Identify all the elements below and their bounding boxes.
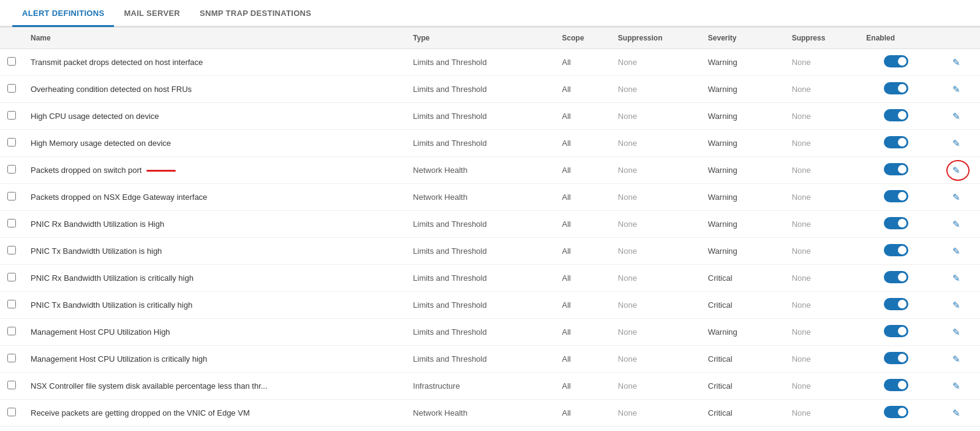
row-toggle[interactable] <box>884 298 908 310</box>
row-checkbox[interactable] <box>7 192 16 200</box>
row-checkbox[interactable] <box>7 381 16 389</box>
row-toggle[interactable] <box>884 136 908 148</box>
row-checkbox[interactable] <box>7 273 16 281</box>
edit-icon[interactable]: ✎ <box>952 246 960 257</box>
row-scope: All <box>555 319 611 346</box>
row-severity: Critical <box>701 265 785 292</box>
edit-icon[interactable]: ✎ <box>952 300 960 311</box>
row-toggle[interactable] <box>884 217 908 229</box>
row-name: PNIC Rx Bandwidth Utilization is critica… <box>23 265 405 292</box>
row-toggle-cell <box>859 265 933 292</box>
row-toggle[interactable] <box>884 271 908 283</box>
row-type: Limits and Threshold <box>405 265 554 292</box>
table-row: NSX Controller file system disk availabl… <box>0 373 980 400</box>
row-toggle[interactable] <box>884 109 908 121</box>
row-type: Limits and Threshold <box>405 103 554 130</box>
edit-icon[interactable]: ✎ <box>952 84 960 95</box>
row-suppression: None <box>611 265 701 292</box>
alert-name-text: Receive packets are getting dropped on t… <box>31 408 250 418</box>
row-suppress: None <box>785 211 859 238</box>
edit-icon[interactable]: ✎ <box>952 165 960 176</box>
row-severity: Warning <box>701 130 785 157</box>
alert-name-text: PNIC Tx Bandwidth Utilization is critica… <box>31 300 192 310</box>
row-name: NSX Controller file system disk availabl… <box>23 373 405 400</box>
row-checkbox[interactable] <box>7 138 16 147</box>
row-toggle[interactable] <box>884 325 908 337</box>
row-checkbox[interactable] <box>7 300 16 308</box>
alert-name-text: High Memory usage detected on device <box>31 139 171 148</box>
row-name: PNIC Tx Bandwidth Utilization is critica… <box>23 292 405 319</box>
row-checkbox[interactable] <box>7 111 16 120</box>
row-suppress: None <box>785 319 859 346</box>
edit-icon[interactable]: ✎ <box>952 381 960 392</box>
row-name: Management Host CPU Utilization is criti… <box>23 346 405 373</box>
table-row: Management Host CPU Utilization is criti… <box>0 346 980 373</box>
row-toggle[interactable] <box>884 163 908 175</box>
row-checkbox-cell <box>0 103 23 130</box>
row-checkbox-cell <box>0 238 23 265</box>
row-type: Network Health <box>405 400 554 427</box>
row-severity: Warning <box>701 103 785 130</box>
row-checkbox[interactable] <box>7 165 16 174</box>
alert-name-text: Transmit packet drops detected on host i… <box>31 58 203 67</box>
tab-alert-definitions[interactable]: ALERT DEFINITIONS <box>12 0 114 27</box>
row-toggle[interactable] <box>884 55 908 67</box>
row-toggle-cell <box>859 346 933 373</box>
row-checkbox[interactable] <box>7 219 16 227</box>
row-checkbox[interactable] <box>7 246 16 254</box>
table-row: Management Host CPU Utilization HighLimi… <box>0 319 980 346</box>
row-toggle[interactable] <box>884 379 908 391</box>
row-action-cell: ✎ <box>933 211 980 238</box>
tab-mail-server[interactable]: MAIL SERVER <box>114 0 190 27</box>
row-toggle[interactable] <box>884 352 908 364</box>
table-header-row: Name Type Scope Suppression Severity Sup… <box>0 28 980 49</box>
row-suppress: None <box>785 184 859 211</box>
row-action-cell: ✎ <box>933 49 980 76</box>
col-severity: Severity <box>701 28 785 49</box>
row-toggle[interactable] <box>884 82 908 94</box>
edit-icon[interactable]: ✎ <box>952 138 960 149</box>
edit-icon[interactable]: ✎ <box>952 111 960 122</box>
edit-icon[interactable]: ✎ <box>952 408 960 419</box>
col-suppress: Suppress <box>785 28 859 49</box>
row-checkbox[interactable] <box>7 408 16 416</box>
row-toggle-cell <box>859 130 933 157</box>
edit-icon[interactable]: ✎ <box>952 273 960 284</box>
edit-icon[interactable]: ✎ <box>952 57 960 68</box>
edit-icon[interactable]: ✎ <box>952 219 960 230</box>
col-type: Type <box>405 28 554 49</box>
row-toggle[interactable] <box>884 244 908 256</box>
row-action-cell: ✎ <box>933 130 980 157</box>
row-checkbox-cell <box>0 211 23 238</box>
row-type: Limits and Threshold <box>405 76 554 103</box>
alert-name-text: PNIC Rx Bandwidth Utilization is High <box>31 219 164 229</box>
row-toggle-cell <box>859 319 933 346</box>
alert-name-text: Management Host CPU Utilization High <box>31 327 170 337</box>
alert-name-text: PNIC Rx Bandwidth Utilization is critica… <box>31 273 194 283</box>
row-suppression: None <box>611 319 701 346</box>
edit-icon[interactable]: ✎ <box>952 327 960 338</box>
row-severity: Warning <box>701 157 785 184</box>
row-action-cell: ✎ <box>933 319 980 346</box>
table-row: Transmit packet drops detected on host i… <box>0 49 980 76</box>
row-severity: Warning <box>701 319 785 346</box>
row-checkbox[interactable] <box>7 354 16 362</box>
row-checkbox[interactable] <box>7 84 16 93</box>
row-type: Network Health <box>405 184 554 211</box>
row-name: Receive packets are getting dropped on t… <box>23 400 405 427</box>
row-suppression: None <box>611 346 701 373</box>
row-toggle[interactable] <box>884 406 908 418</box>
row-type: Limits and Threshold <box>405 319 554 346</box>
tab-snmp-trap[interactable]: SNMP TRAP DESTINATIONS <box>190 0 321 27</box>
table-row: PNIC Rx Bandwidth Utilization is HighLim… <box>0 211 980 238</box>
row-checkbox-cell <box>0 130 23 157</box>
row-scope: All <box>555 157 611 184</box>
row-toggle[interactable] <box>884 190 908 202</box>
edit-icon[interactable]: ✎ <box>952 354 960 365</box>
row-checkbox-cell <box>0 373 23 400</box>
red-underline-annotation <box>146 170 176 172</box>
row-checkbox[interactable] <box>7 327 16 335</box>
row-checkbox[interactable] <box>7 57 16 66</box>
edit-icon[interactable]: ✎ <box>952 192 960 203</box>
row-type: Limits and Threshold <box>405 238 554 265</box>
